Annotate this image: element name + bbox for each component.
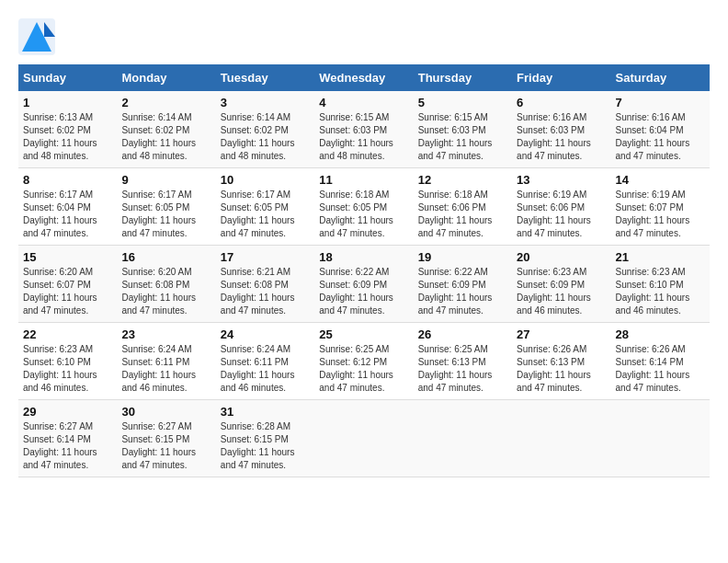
calendar-cell (414, 400, 512, 477)
day-info: Sunrise: 6:16 AM Sunset: 6:03 PM Dayligh… (517, 111, 606, 163)
calendar-cell: 17Sunrise: 6:21 AM Sunset: 6:08 PM Dayli… (216, 246, 314, 323)
calendar-cell: 6Sunrise: 6:16 AM Sunset: 6:03 PM Daylig… (512, 91, 610, 168)
calendar-cell (611, 400, 710, 477)
day-info: Sunrise: 6:17 AM Sunset: 6:04 PM Dayligh… (23, 189, 112, 240)
day-info: Sunrise: 6:22 AM Sunset: 6:09 PM Dayligh… (418, 266, 507, 317)
day-info: Sunrise: 6:22 AM Sunset: 6:09 PM Dayligh… (319, 266, 408, 317)
weekday-header: Saturday (611, 64, 710, 91)
weekday-header-row: SundayMondayTuesdayWednesdayThursdayFrid… (18, 64, 710, 91)
calendar-cell: 14Sunrise: 6:19 AM Sunset: 6:07 PM Dayli… (611, 168, 710, 246)
day-number: 26 (418, 327, 507, 341)
weekday-header: Monday (117, 64, 215, 91)
day-number: 1 (23, 96, 112, 109)
calendar-cell: 25Sunrise: 6:25 AM Sunset: 6:12 PM Dayli… (314, 323, 413, 400)
day-number: 9 (121, 173, 210, 187)
day-info: Sunrise: 6:20 AM Sunset: 6:07 PM Dayligh… (23, 266, 112, 317)
calendar-cell: 8Sunrise: 6:17 AM Sunset: 6:04 PM Daylig… (18, 168, 117, 246)
day-info: Sunrise: 6:21 AM Sunset: 6:08 PM Dayligh… (221, 266, 310, 317)
day-number: 27 (517, 327, 606, 341)
calendar-week-row: 8Sunrise: 6:17 AM Sunset: 6:04 PM Daylig… (18, 168, 710, 246)
day-info: Sunrise: 6:14 AM Sunset: 6:02 PM Dayligh… (121, 111, 210, 163)
day-info: Sunrise: 6:17 AM Sunset: 6:05 PM Dayligh… (221, 189, 310, 240)
day-info: Sunrise: 6:23 AM Sunset: 6:10 PM Dayligh… (23, 343, 112, 395)
calendar-cell: 29Sunrise: 6:27 AM Sunset: 6:14 PM Dayli… (18, 400, 117, 477)
day-info: Sunrise: 6:15 AM Sunset: 6:03 PM Dayligh… (418, 111, 507, 163)
calendar-cell: 19Sunrise: 6:22 AM Sunset: 6:09 PM Dayli… (414, 246, 512, 323)
logo-icon (18, 18, 55, 55)
day-number: 12 (418, 173, 507, 187)
weekday-header: Sunday (18, 64, 117, 91)
day-info: Sunrise: 6:13 AM Sunset: 6:02 PM Dayligh… (23, 111, 112, 163)
day-number: 15 (23, 250, 112, 264)
calendar-cell: 26Sunrise: 6:25 AM Sunset: 6:13 PM Dayli… (414, 323, 512, 400)
calendar-table: SundayMondayTuesdayWednesdayThursdayFrid… (18, 64, 710, 477)
day-number: 16 (121, 250, 210, 264)
calendar-cell: 3Sunrise: 6:14 AM Sunset: 6:02 PM Daylig… (216, 91, 314, 168)
calendar-cell: 11Sunrise: 6:18 AM Sunset: 6:05 PM Dayli… (314, 168, 413, 246)
calendar-week-row: 15Sunrise: 6:20 AM Sunset: 6:07 PM Dayli… (18, 246, 710, 323)
logo (18, 18, 57, 55)
calendar-cell (314, 400, 413, 477)
day-number: 24 (221, 327, 310, 341)
weekday-header: Tuesday (216, 64, 314, 91)
day-info: Sunrise: 6:16 AM Sunset: 6:04 PM Dayligh… (616, 111, 705, 163)
day-info: Sunrise: 6:24 AM Sunset: 6:11 PM Dayligh… (121, 343, 210, 395)
calendar-cell: 24Sunrise: 6:24 AM Sunset: 6:11 PM Dayli… (216, 323, 314, 400)
weekday-header: Wednesday (314, 64, 413, 91)
day-number: 14 (616, 173, 705, 187)
day-info: Sunrise: 6:23 AM Sunset: 6:10 PM Dayligh… (616, 266, 705, 317)
day-number: 18 (319, 250, 408, 264)
weekday-header: Friday (512, 64, 610, 91)
page-header (18, 18, 710, 55)
calendar-cell: 1Sunrise: 6:13 AM Sunset: 6:02 PM Daylig… (18, 91, 117, 168)
calendar-cell: 16Sunrise: 6:20 AM Sunset: 6:08 PM Dayli… (117, 246, 215, 323)
calendar-cell: 2Sunrise: 6:14 AM Sunset: 6:02 PM Daylig… (117, 91, 215, 168)
day-info: Sunrise: 6:18 AM Sunset: 6:05 PM Dayligh… (319, 189, 408, 240)
calendar-cell: 27Sunrise: 6:26 AM Sunset: 6:13 PM Dayli… (512, 323, 610, 400)
day-info: Sunrise: 6:17 AM Sunset: 6:05 PM Dayligh… (121, 189, 210, 240)
calendar-cell: 30Sunrise: 6:27 AM Sunset: 6:15 PM Dayli… (117, 400, 215, 477)
calendar-week-row: 22Sunrise: 6:23 AM Sunset: 6:10 PM Dayli… (18, 323, 710, 400)
day-number: 22 (23, 327, 112, 341)
calendar-cell: 12Sunrise: 6:18 AM Sunset: 6:06 PM Dayli… (414, 168, 512, 246)
day-number: 29 (23, 405, 112, 419)
calendar-cell: 18Sunrise: 6:22 AM Sunset: 6:09 PM Dayli… (314, 246, 413, 323)
day-info: Sunrise: 6:14 AM Sunset: 6:02 PM Dayligh… (221, 111, 310, 163)
calendar-cell: 7Sunrise: 6:16 AM Sunset: 6:04 PM Daylig… (611, 91, 710, 168)
calendar-cell: 21Sunrise: 6:23 AM Sunset: 6:10 PM Dayli… (611, 246, 710, 323)
day-number: 23 (121, 327, 210, 341)
calendar-cell: 9Sunrise: 6:17 AM Sunset: 6:05 PM Daylig… (117, 168, 215, 246)
day-number: 11 (319, 173, 408, 187)
day-number: 19 (418, 250, 507, 264)
calendar-cell (512, 400, 610, 477)
day-info: Sunrise: 6:26 AM Sunset: 6:14 PM Dayligh… (616, 343, 705, 395)
day-number: 17 (221, 250, 310, 264)
day-number: 8 (23, 173, 112, 187)
calendar-week-row: 29Sunrise: 6:27 AM Sunset: 6:14 PM Dayli… (18, 400, 710, 477)
day-number: 7 (616, 96, 705, 109)
calendar-cell: 31Sunrise: 6:28 AM Sunset: 6:15 PM Dayli… (216, 400, 314, 477)
calendar-cell: 22Sunrise: 6:23 AM Sunset: 6:10 PM Dayli… (18, 323, 117, 400)
calendar-cell: 13Sunrise: 6:19 AM Sunset: 6:06 PM Dayli… (512, 168, 610, 246)
day-info: Sunrise: 6:28 AM Sunset: 6:15 PM Dayligh… (221, 420, 310, 472)
day-number: 28 (616, 327, 705, 341)
day-info: Sunrise: 6:19 AM Sunset: 6:06 PM Dayligh… (517, 189, 606, 240)
calendar-cell: 4Sunrise: 6:15 AM Sunset: 6:03 PM Daylig… (314, 91, 413, 168)
day-info: Sunrise: 6:24 AM Sunset: 6:11 PM Dayligh… (221, 343, 310, 395)
day-number: 2 (121, 96, 210, 109)
day-number: 20 (517, 250, 606, 264)
day-info: Sunrise: 6:19 AM Sunset: 6:07 PM Dayligh… (616, 189, 705, 240)
calendar-cell: 28Sunrise: 6:26 AM Sunset: 6:14 PM Dayli… (611, 323, 710, 400)
day-number: 13 (517, 173, 606, 187)
day-info: Sunrise: 6:15 AM Sunset: 6:03 PM Dayligh… (319, 111, 408, 163)
calendar-week-row: 1Sunrise: 6:13 AM Sunset: 6:02 PM Daylig… (18, 91, 710, 168)
day-info: Sunrise: 6:25 AM Sunset: 6:12 PM Dayligh… (319, 343, 408, 395)
day-number: 6 (517, 96, 606, 109)
day-info: Sunrise: 6:18 AM Sunset: 6:06 PM Dayligh… (418, 189, 507, 240)
day-info: Sunrise: 6:23 AM Sunset: 6:09 PM Dayligh… (517, 266, 606, 317)
day-info: Sunrise: 6:20 AM Sunset: 6:08 PM Dayligh… (121, 266, 210, 317)
day-number: 30 (121, 405, 210, 419)
day-info: Sunrise: 6:26 AM Sunset: 6:13 PM Dayligh… (517, 343, 606, 395)
day-number: 10 (221, 173, 310, 187)
day-number: 4 (319, 96, 408, 109)
